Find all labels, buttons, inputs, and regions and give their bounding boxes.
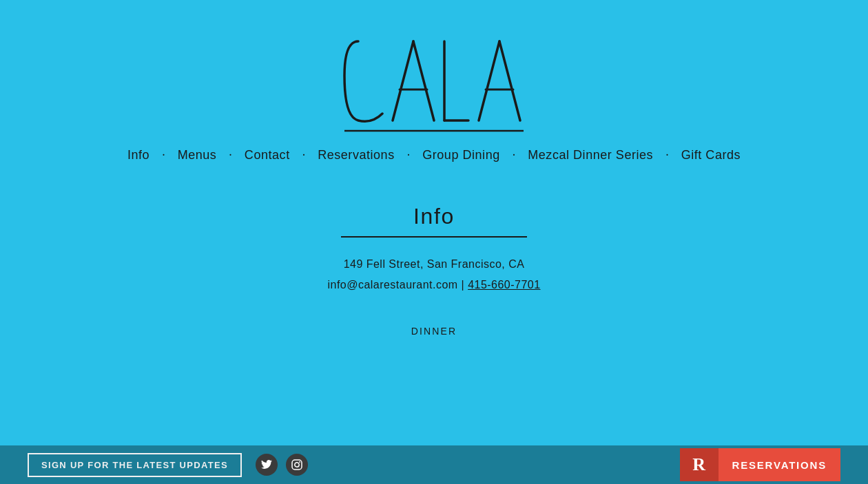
r-box: R [680,448,719,481]
social-icons [256,454,308,476]
nav-item-group-dining[interactable]: Group Dining [410,148,513,162]
footer-right: R RESERVATIONS [680,448,840,481]
nav-item-info[interactable]: Info [115,148,162,162]
info-divider [341,236,527,238]
logo-container [338,21,530,141]
signup-button[interactable]: SIGN UP FOR THE LATEST UPDATES [28,453,242,477]
svg-line-0 [393,41,413,120]
footer-left: SIGN UP FOR THE LATEST UPDATES [28,453,308,477]
main-nav: Info · Menus · Contact · Reservations · … [115,148,753,162]
footer-bar: SIGN UP FOR THE LATEST UPDATES [0,445,868,484]
info-section: Info 149 Fell Street, San Francisco, CA … [327,204,540,337]
svg-line-6 [479,41,499,120]
instagram-icon[interactable] [286,454,308,476]
info-contact: info@calarestaurant.com | 415-660-7701 [327,279,540,291]
nav-item-menus[interactable]: Menus [165,148,229,162]
svg-rect-10 [292,460,302,470]
nav-item-contact[interactable]: Contact [232,148,302,162]
svg-point-12 [299,461,300,463]
nav-item-mezcal[interactable]: Mezcal Dinner Series [515,148,665,162]
info-phone[interactable]: 415-660-7701 [468,279,540,291]
info-address: 149 Fell Street, San Francisco, CA [344,258,525,271]
info-title: Info [413,204,455,229]
reservations-footer-label: RESERVATIONS [732,459,827,471]
twitter-icon[interactable] [256,454,278,476]
dinner-label: DINNER [411,326,457,337]
contact-separator: | [462,279,468,291]
reservations-text-box: RESERVATIONS [719,448,840,481]
cala-logo [338,21,530,141]
svg-line-1 [413,41,434,120]
svg-point-11 [295,463,299,467]
info-email: info@calarestaurant.com [327,279,457,291]
reservations-footer-button[interactable]: R RESERVATIONS [680,448,840,481]
nav-item-gift-cards[interactable]: Gift Cards [669,148,753,162]
r-letter: R [692,454,705,475]
main-content: Info · Menus · Contact · Reservations · … [0,0,868,484]
svg-line-7 [499,41,520,120]
nav-item-reservations[interactable]: Reservations [305,148,407,162]
